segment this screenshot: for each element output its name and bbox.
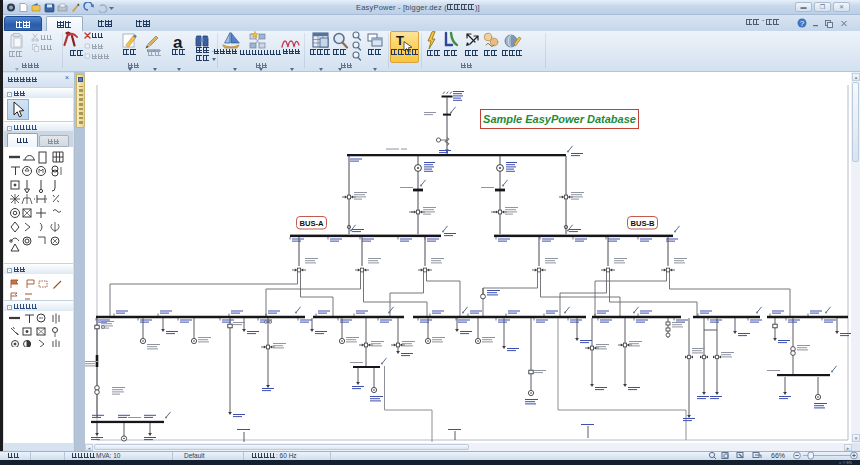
svg-text:BUS-B: BUS-B — [630, 219, 655, 228]
svg-text:T: T — [396, 33, 404, 48]
svg-text:BUS-A: BUS-A — [299, 219, 324, 228]
svg-text:?: ? — [800, 19, 805, 28]
svg-text:66%: 66% — [771, 452, 785, 459]
